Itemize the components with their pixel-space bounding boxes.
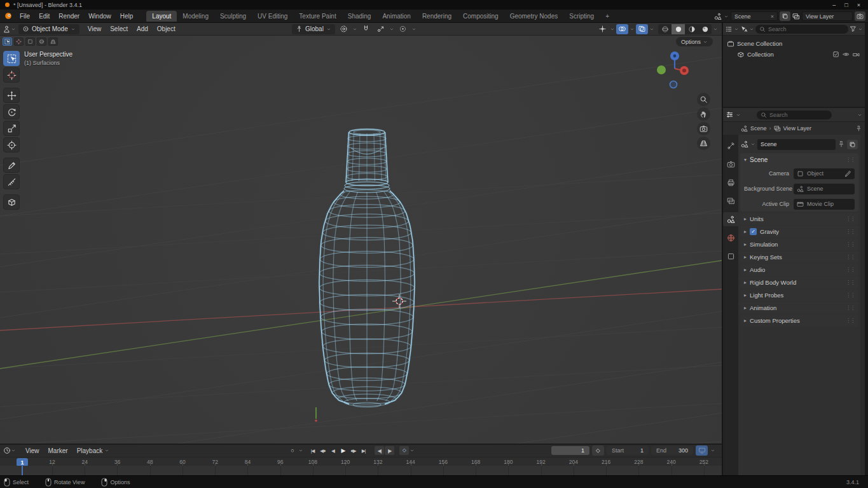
chevron-down-icon[interactable] bbox=[411, 27, 417, 32]
drag-handle-icon[interactable]: ⋮⋮ bbox=[846, 318, 855, 323]
menu-file[interactable]: File bbox=[15, 11, 34, 21]
viewport-menu-add[interactable]: Add bbox=[132, 24, 153, 34]
play-reverse-button[interactable]: ◀ bbox=[328, 446, 338, 455]
chevron-down-icon[interactable] bbox=[750, 142, 755, 147]
workspace-tab-scripting[interactable]: Scripting bbox=[563, 11, 600, 22]
frame-end-field[interactable]: End 300 bbox=[651, 446, 693, 455]
timeline-ruler[interactable]: 1224364860728496108120132144156168180192… bbox=[0, 457, 722, 466]
scene-name-field[interactable]: Scene × bbox=[731, 11, 778, 21]
active-clip-field[interactable]: Movie Clip bbox=[794, 199, 855, 210]
properties-tab-render[interactable] bbox=[723, 157, 738, 171]
drag-handle-icon[interactable]: ⋮⋮ bbox=[846, 292, 855, 298]
drag-handle-icon[interactable]: ⋮⋮ bbox=[846, 254, 855, 260]
ortho-view-button[interactable] bbox=[697, 137, 710, 150]
menu-edit[interactable]: Edit bbox=[34, 11, 54, 21]
panel-animation[interactable]: ▸Animation⋮⋮ bbox=[740, 302, 858, 314]
navigation-gizmo[interactable] bbox=[654, 50, 695, 90]
step-forward-button[interactable]: |▶ bbox=[385, 446, 394, 455]
scene-datablock-field[interactable]: Scene bbox=[757, 139, 836, 150]
shading-wireframe-button[interactable] bbox=[658, 24, 672, 34]
panel-rigid-body-world[interactable]: ▸Rigid Body World⋮⋮ bbox=[740, 276, 858, 288]
chevron-down-icon[interactable] bbox=[857, 112, 862, 118]
panel-gravity[interactable]: ▸✓Gravity⋮⋮ bbox=[740, 226, 858, 238]
tool-move-button[interactable] bbox=[3, 88, 20, 103]
jump-end-button[interactable]: ▶| bbox=[359, 446, 368, 455]
snap-target-button[interactable] bbox=[375, 24, 387, 34]
outliner-row-scene-collection[interactable]: Scene Collection bbox=[727, 38, 865, 49]
panel-keying-sets[interactable]: ▸Keying Sets⋮⋮ bbox=[740, 251, 858, 263]
outliner-editor-icon[interactable] bbox=[725, 25, 733, 33]
menu-playback[interactable]: Playback bbox=[72, 446, 114, 456]
snap-magnet-button[interactable] bbox=[360, 24, 372, 34]
viewport-menu-view[interactable]: View bbox=[83, 24, 106, 34]
shading-rendered-button[interactable] bbox=[698, 24, 712, 34]
filter-objects-icon[interactable] bbox=[740, 25, 748, 33]
checkbox-icon[interactable] bbox=[832, 51, 839, 58]
blender-logo-icon[interactable] bbox=[4, 11, 13, 20]
chevron-down-icon[interactable] bbox=[713, 27, 718, 32]
viewport-mode-icon-3[interactable] bbox=[25, 37, 35, 46]
breadcrumb-view-layer[interactable]: View Layer bbox=[783, 125, 811, 132]
camera-view-button[interactable] bbox=[697, 122, 710, 135]
new-datablock-button[interactable] bbox=[847, 140, 858, 149]
show-overlays-button[interactable] bbox=[616, 24, 628, 34]
eyedropper-icon[interactable] bbox=[844, 170, 851, 177]
properties-editor-icon[interactable] bbox=[726, 111, 734, 119]
tool-cursor-button[interactable] bbox=[3, 67, 20, 83]
properties-tab-view-layer[interactable] bbox=[723, 194, 738, 208]
properties-tab-tool[interactable] bbox=[723, 139, 738, 152]
view-layer-field[interactable]: View Layer bbox=[802, 11, 853, 21]
funnel-icon[interactable] bbox=[850, 25, 857, 32]
breadcrumb-scene[interactable]: Scene bbox=[750, 125, 767, 132]
chevron-down-icon[interactable] bbox=[736, 112, 741, 118]
viewport-mode-icon-5[interactable] bbox=[48, 37, 58, 46]
add-workspace-button[interactable]: + bbox=[600, 11, 615, 22]
pivot-point-button[interactable] bbox=[338, 24, 350, 34]
workspace-tab-rendering[interactable]: Rendering bbox=[417, 11, 457, 22]
properties-tab-object[interactable] bbox=[723, 249, 738, 263]
show-gizmo-button[interactable] bbox=[596, 24, 609, 34]
properties-tab-scene[interactable] bbox=[723, 212, 738, 226]
panel-units[interactable]: ▸Units⋮⋮ bbox=[740, 213, 858, 225]
outliner-search-input[interactable]: Search bbox=[755, 25, 848, 34]
menu-help[interactable]: Help bbox=[116, 11, 138, 21]
sync-button[interactable] bbox=[696, 445, 708, 456]
pin-icon[interactable] bbox=[855, 125, 865, 132]
chevron-down-icon[interactable] bbox=[410, 448, 415, 453]
drag-handle-icon[interactable]: ⋮⋮ bbox=[846, 216, 855, 222]
play-button[interactable]: ▶ bbox=[338, 446, 348, 455]
timeline-menu-marker[interactable]: Marker bbox=[44, 446, 72, 456]
pan-view-button[interactable] bbox=[697, 107, 710, 121]
workspace-tab-modeling[interactable]: Modeling bbox=[177, 11, 214, 22]
chevron-down-icon[interactable] bbox=[649, 27, 654, 32]
tool-add-cube-button[interactable] bbox=[3, 194, 20, 210]
close-button[interactable]: × bbox=[857, 2, 860, 8]
unlink-scene-icon[interactable]: × bbox=[771, 13, 774, 20]
viewport-menu-select[interactable]: Select bbox=[106, 24, 132, 34]
maximize-button[interactable]: □ bbox=[844, 2, 848, 8]
workspace-tab-geometry-nodes[interactable]: Geometry Nodes bbox=[504, 11, 564, 22]
timeline-editor-icon[interactable] bbox=[3, 447, 11, 454]
properties-tab-world[interactable] bbox=[723, 231, 738, 245]
eye-icon[interactable] bbox=[843, 51, 850, 58]
next-keyframe-button[interactable]: ●▶ bbox=[348, 446, 358, 455]
pin-icon[interactable] bbox=[837, 140, 845, 148]
options-dropdown[interactable]: Options bbox=[676, 37, 713, 46]
tool-rotate-button[interactable] bbox=[3, 104, 20, 119]
camera-side-icon[interactable] bbox=[853, 51, 860, 58]
drag-handle-icon[interactable]: ⋮⋮ bbox=[846, 267, 855, 273]
shading-solid-button[interactable] bbox=[672, 24, 685, 34]
outliner-row-collection[interactable]: Collection bbox=[727, 49, 865, 60]
step-back-button[interactable]: ◀| bbox=[375, 446, 384, 455]
new-scene-button[interactable] bbox=[780, 11, 790, 21]
menu-render[interactable]: Render bbox=[54, 11, 84, 21]
chevron-down-icon[interactable] bbox=[724, 14, 729, 19]
properties-tab-output[interactable] bbox=[723, 175, 738, 189]
tool-scale-button[interactable] bbox=[3, 121, 20, 136]
prev-keyframe-button[interactable]: ◀● bbox=[318, 446, 327, 455]
background-scene-field[interactable]: Scene bbox=[794, 184, 855, 194]
viewport-mode-icon-2[interactable] bbox=[14, 37, 24, 46]
camera-field[interactable]: Object bbox=[794, 168, 855, 179]
chevron-down-icon[interactable] bbox=[610, 27, 615, 32]
toggle-xray-button[interactable] bbox=[636, 24, 648, 34]
